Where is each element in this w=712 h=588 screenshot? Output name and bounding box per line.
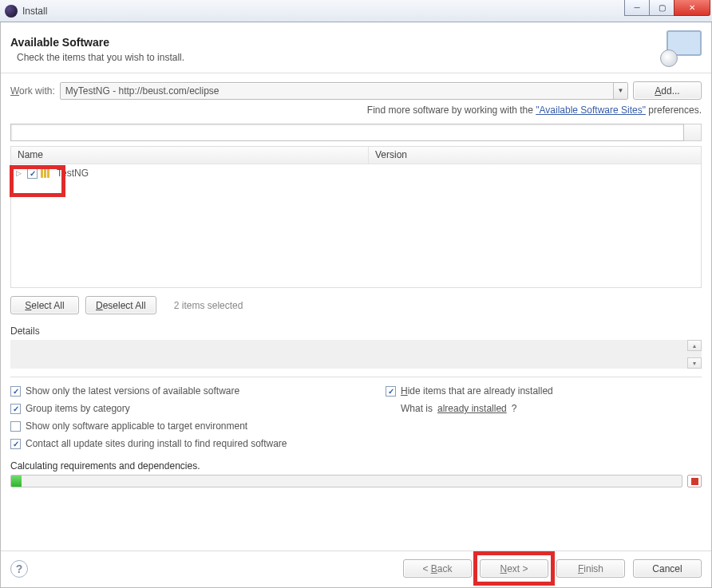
expand-icon[interactable]: ▷ xyxy=(16,169,24,177)
scroll-up-icon[interactable]: ▴ xyxy=(687,340,702,351)
scroll-down-icon[interactable]: ▾ xyxy=(687,357,702,369)
work-with-row: Work with: MyTestNG - http://beust.com/e… xyxy=(10,81,702,100)
filter-clear-button[interactable] xyxy=(684,124,702,141)
page-title: Available Software xyxy=(10,36,660,49)
opt-contact-sites[interactable]: ✓ Contact all update sites during instal… xyxy=(10,438,354,449)
details-label: Details xyxy=(10,326,702,337)
progress-bar xyxy=(10,475,682,487)
select-all-button[interactable]: Select All xyxy=(10,296,79,314)
add-button[interactable]: Add... xyxy=(633,81,702,100)
column-version[interactable]: Version xyxy=(369,147,701,164)
dialog-client: Available Software Check the items that … xyxy=(0,22,712,588)
status-text: Calculating requirements and dependencie… xyxy=(10,460,702,472)
next-button[interactable]: Next > xyxy=(480,559,548,578)
help-icon[interactable]: ? xyxy=(10,560,28,578)
checkbox-icon[interactable]: ✓ xyxy=(27,168,38,179)
opt-latest-versions[interactable]: ✓ Show only the latest versions of avail… xyxy=(10,385,354,397)
sites-hint: Find more software by working with the "… xyxy=(10,105,702,116)
tree-header: Name Version xyxy=(11,147,701,164)
software-tree: Name Version ▷ ✓ TestNG xyxy=(10,146,702,288)
banner: Available Software Check the items that … xyxy=(1,22,711,73)
cancel-button[interactable]: Cancel xyxy=(633,559,702,578)
eclipse-icon xyxy=(5,5,18,18)
column-name[interactable]: Name xyxy=(11,147,369,164)
footer: ? < Back Next > Finish Cancel xyxy=(1,551,711,587)
details-text: ▴ ▾ xyxy=(10,340,702,369)
back-button[interactable]: < Back xyxy=(403,559,472,578)
page-subtitle: Check the items that you wish to install… xyxy=(17,52,660,63)
available-sites-link[interactable]: "Available Software Sites" xyxy=(536,105,646,116)
finish-button[interactable]: Finish xyxy=(556,559,625,578)
filter-input[interactable] xyxy=(10,124,684,141)
window-controls: ─ ▢ ✕ xyxy=(625,0,710,16)
opt-hide-installed[interactable]: ✓ Hide items that are already installed xyxy=(386,385,553,397)
window-title: Install xyxy=(22,6,47,17)
work-with-value: MyTestNG - http://beust.com/eclipse xyxy=(65,85,220,97)
opt-group-category[interactable]: ✓ Group items by category xyxy=(10,403,354,414)
minimize-button[interactable]: ─ xyxy=(624,0,650,16)
work-with-label: Work with: xyxy=(10,85,55,97)
opt-already-installed: What is already installed? xyxy=(401,403,553,414)
category-icon xyxy=(41,168,53,178)
titlebar: Install ─ ▢ ✕ xyxy=(0,0,712,22)
maximize-button[interactable]: ▢ xyxy=(649,0,674,16)
close-button[interactable]: ✕ xyxy=(674,0,710,16)
separator xyxy=(10,377,702,377)
already-installed-link[interactable]: already installed xyxy=(437,403,507,414)
tree-row[interactable]: ▷ ✓ TestNG xyxy=(11,166,701,180)
selection-count: 2 items selected xyxy=(174,300,243,311)
work-with-combo[interactable]: MyTestNG - http://beust.com/eclipse ▼ xyxy=(60,82,628,100)
details-scrollbar[interactable]: ▴ ▾ xyxy=(687,340,702,369)
tree-item-label: TestNG xyxy=(57,168,89,179)
install-icon xyxy=(660,29,702,67)
stop-icon xyxy=(691,478,698,485)
chevron-down-icon[interactable]: ▼ xyxy=(613,83,627,99)
deselect-all-button[interactable]: Deselect All xyxy=(85,296,156,314)
opt-target-env[interactable]: Show only software applicable to target … xyxy=(10,420,354,432)
stop-button[interactable] xyxy=(687,475,702,487)
